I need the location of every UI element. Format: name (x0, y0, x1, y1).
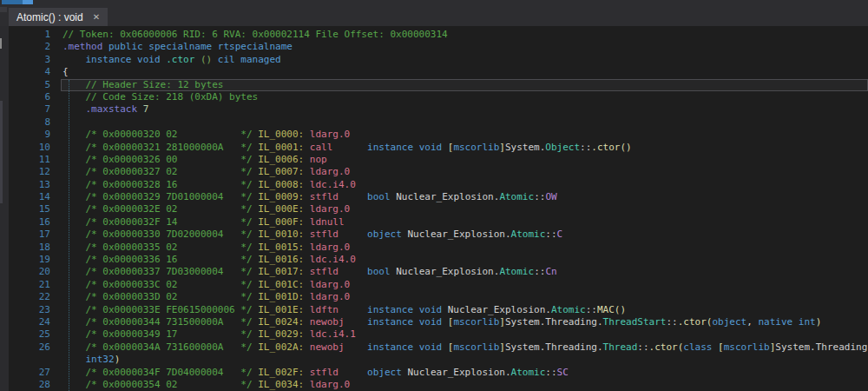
code-text: /* 0x00000330 7D02000004 */ IL_0010: stf… (62, 229, 868, 241)
line-number: 20 (9, 266, 50, 278)
line-number: 8 (9, 116, 50, 129)
tab-title: Atomic() : void (16, 11, 83, 23)
code-line: 9 /* 0x00000320 02 */ IL_0000: ldarg.0 (9, 129, 868, 141)
code-text: /* 0x00000327 02 */ IL_0007: ldarg.0 (62, 166, 868, 178)
code-text (62, 116, 868, 129)
code-text: /* 0x00000328 16 */ IL_0008: ldc.i4.0 (62, 179, 868, 191)
code-text: /* 0x0000033C 02 */ IL_001C: ldarg.0 (62, 279, 868, 291)
line-number: 25 (9, 328, 50, 341)
code-line: 12 /* 0x00000327 02 */ IL_0007: ldarg.0 (9, 166, 868, 178)
code-line: 28 /* 0x00000354 02 */ IL_0034: ldarg.0 (9, 379, 868, 391)
line-number: 2 (9, 41, 50, 53)
code-text: /* 0x00000321 281000000A */ IL_0001: cal… (62, 142, 868, 154)
code-line: 7 .maxstack 7 (9, 103, 868, 116)
line-number: 18 (9, 242, 50, 254)
line-number: 11 (9, 154, 50, 166)
code-line: 15 /* 0x0000032E 02 */ IL_000E: ldarg.0 (9, 203, 868, 215)
left-panel-strip (0, 26, 9, 391)
code-line: 25 /* 0x00000349 17 */ IL_0029: ldc.i4.1 (9, 328, 868, 341)
code-text: .maxstack 7 (62, 103, 868, 116)
code-line: 17 /* 0x00000330 7D02000004 */ IL_0010: … (9, 229, 868, 241)
app-window: Atomic() : void ✕ 1// Token: 0x06000006 … (0, 0, 868, 391)
code-line: 22 /* 0x0000033D 02 */ IL_001D: ldarg.0 (9, 291, 868, 303)
code-line: 5 // Header Size: 12 bytes (9, 79, 868, 91)
line-number: 1 (9, 29, 50, 41)
left-panel-edge (0, 7, 7, 12)
line-number: 26 (9, 341, 50, 354)
code-line: 20 /* 0x00000337 7D03000004 */ IL_0017: … (9, 266, 868, 278)
line-number: 19 (9, 254, 50, 266)
line-number: 27 (9, 367, 50, 379)
line-number: 4 (9, 66, 50, 78)
code-text: .method public specialname rtspecialname (62, 41, 868, 53)
code-text: /* 0x0000033D 02 */ IL_001D: ldarg.0 (62, 291, 868, 303)
code-line: 8 (9, 116, 868, 129)
code-line: 3 instance void .ctor () cil managed (9, 54, 868, 66)
code-text: /* 0x0000033E FE0615000006 */ IL_001E: l… (62, 304, 868, 316)
line-number: 14 (9, 191, 50, 203)
code-text: /* 0x00000329 7D01000004 */ IL_0009: stf… (62, 191, 868, 203)
code-text: /* 0x00000337 7D03000004 */ IL_0017: stf… (62, 266, 868, 278)
code-text: /* 0x0000032E 02 */ IL_000E: ldarg.0 (62, 203, 868, 215)
highlighted-code-text: // Header Size: 12 bytes (61, 79, 868, 91)
code-text: // Code Size: 218 (0xDA) bytes (62, 91, 868, 103)
code-text: { (62, 66, 868, 78)
code-text: /* 0x00000336 16 */ IL_0016: ldc.i4.0 (62, 254, 868, 266)
code-text: /* 0x00000354 02 */ IL_0034: ldarg.0 (62, 379, 868, 391)
code-line: int32) (9, 354, 868, 366)
line-number: 5 (9, 79, 50, 91)
code-line: 4{ (9, 66, 868, 78)
main-area: 1// Token: 0x06000006 RID: 6 RVA: 0x0000… (0, 26, 868, 391)
code-line: 18 /* 0x00000335 02 */ IL_0015: ldarg.0 (9, 242, 868, 254)
toolbar-accent-bar-highlight (23, 0, 33, 4)
line-number: 9 (9, 129, 50, 141)
line-number: 16 (9, 216, 50, 229)
code-text: /* 0x00000326 00 */ IL_0006: nop (62, 154, 868, 166)
line-number: 6 (9, 91, 50, 103)
line-number (9, 354, 50, 366)
code-text: instance void .ctor () cil managed (62, 54, 868, 66)
code-text: // Token: 0x06000006 RID: 6 RVA: 0x00002… (62, 29, 868, 41)
tab-strip: Atomic() : void ✕ (0, 0, 868, 26)
line-number: 21 (9, 279, 50, 291)
code-line: 16 /* 0x0000032F 14 */ IL_000F: ldnull (9, 216, 868, 229)
close-icon[interactable]: ✕ (93, 12, 100, 22)
line-number: 12 (9, 166, 50, 178)
code-text: /* 0x00000344 731500000A */ IL_0024: new… (62, 316, 868, 328)
code-text: /* 0x0000034F 7D04000004 */ IL_002F: stf… (62, 367, 868, 379)
code-line: 19 /* 0x00000336 16 */ IL_0016: ldc.i4.0 (9, 254, 868, 266)
line-number: 23 (9, 304, 50, 316)
code-line: 10 /* 0x00000321 281000000A */ IL_0001: … (9, 142, 868, 154)
code-text: /* 0x0000032F 14 */ IL_000F: ldnull (62, 216, 868, 229)
code-editor[interactable]: 1// Token: 0x06000006 RID: 6 RVA: 0x0000… (9, 26, 868, 391)
code-line: 23 /* 0x0000033E FE0615000006 */ IL_001E… (9, 304, 868, 316)
scrollbar-thumb[interactable] (0, 101, 3, 203)
code-line: 14 /* 0x00000329 7D01000004 */ IL_0009: … (9, 191, 868, 203)
code-text: /* 0x00000349 17 */ IL_0029: ldc.i4.1 (62, 328, 868, 341)
code-line: 1// Token: 0x06000006 RID: 6 RVA: 0x0000… (9, 29, 868, 41)
code-line: 6 // Code Size: 218 (0xDA) bytes (9, 91, 868, 103)
line-number: 3 (9, 54, 50, 66)
line-number: 22 (9, 291, 50, 303)
code-text: /* 0x0000034A 731600000A */ IL_002A: new… (62, 341, 868, 354)
tab-atomic-ctor[interactable]: Atomic() : void ✕ (9, 8, 108, 26)
line-number: 28 (9, 379, 50, 391)
code-text: int32) (62, 354, 868, 366)
code-text: /* 0x00000335 02 */ IL_0015: ldarg.0 (62, 242, 868, 254)
code-line: 2.method public specialname rtspecialnam… (9, 41, 868, 53)
code-line: 26 /* 0x0000034A 731600000A */ IL_002A: … (9, 341, 868, 354)
code-text: /* 0x00000320 02 */ IL_0000: ldarg.0 (62, 129, 868, 141)
code-line: 27 /* 0x0000034F 7D04000004 */ IL_002F: … (9, 367, 868, 379)
code-line: 11 /* 0x00000326 00 */ IL_0006: nop (9, 154, 868, 166)
code-line: 21 /* 0x0000033C 02 */ IL_001C: ldarg.0 (9, 279, 868, 291)
line-number: 15 (9, 203, 50, 215)
line-number: 7 (9, 103, 50, 116)
line-number: 24 (9, 316, 50, 328)
code-line: 13 /* 0x00000328 16 */ IL_0008: ldc.i4.0 (9, 179, 868, 191)
code-line: 24 /* 0x00000344 731500000A */ IL_0024: … (9, 316, 868, 328)
code-lines: 1// Token: 0x06000006 RID: 6 RVA: 0x0000… (9, 26, 868, 391)
left-panel-mark (0, 38, 2, 49)
line-number: 10 (9, 142, 50, 154)
line-number: 17 (9, 229, 50, 241)
line-number: 13 (9, 179, 50, 191)
